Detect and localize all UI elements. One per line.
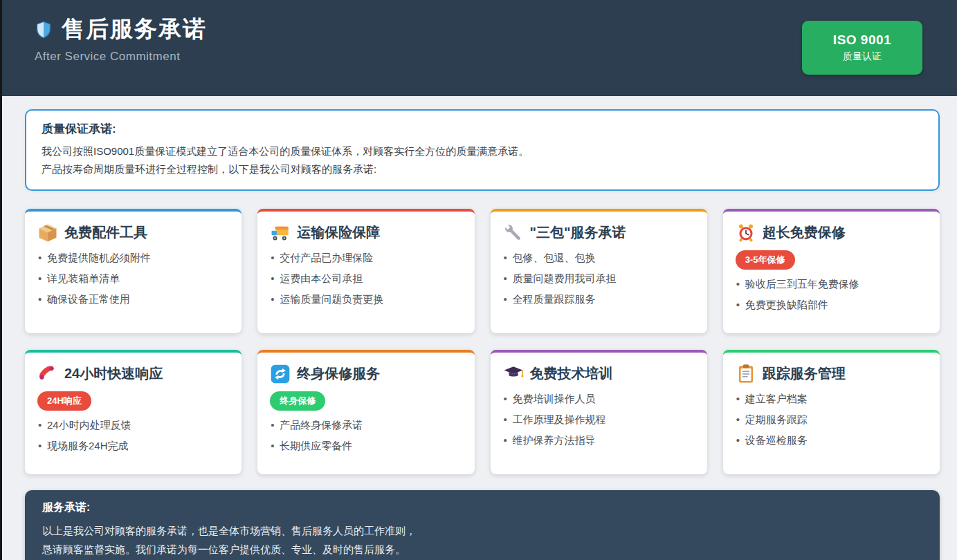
shield-icon bbox=[35, 19, 53, 41]
refresh-icon bbox=[270, 364, 291, 384]
service-card-parts: 免费配件工具 免费提供随机必须附件 详见装箱单清单 确保设备正常使用 bbox=[25, 209, 241, 333]
service-card-training: 免费技术培训 免费培训操作人员 工作原理及操作规程 维护保养方法指导 bbox=[491, 350, 707, 474]
bullet-item: 定期服务跟踪 bbox=[736, 411, 927, 427]
service-card-tracking: 跟踪服务管理 建立客户档案 定期服务跟踪 设备巡检服务 bbox=[723, 350, 940, 474]
bullet-item: 产品终身保修承诺 bbox=[270, 417, 462, 433]
bullet-item: 现场服务24H完成 bbox=[37, 438, 229, 454]
service-card-three-guarantees: "三包"服务承诺 包修、包退、包换 质量问题费用我司承担 全程质量跟踪服务 bbox=[491, 209, 707, 333]
card-title: 运输保险保障 bbox=[297, 223, 380, 242]
card-title: 免费配件工具 bbox=[64, 223, 147, 242]
quality-guarantee-note: 质量保证承诺: 我公司按照ISO9001质量保证模式建立了适合本公司的质量保证体… bbox=[25, 109, 940, 191]
phone-icon bbox=[37, 364, 58, 384]
lifetime-badge: 终身保修 bbox=[270, 391, 325, 411]
bullet-item: 工作原理及操作规程 bbox=[503, 411, 695, 427]
bullet-item: 建立客户档案 bbox=[736, 391, 927, 407]
card-title: 终身保修服务 bbox=[297, 364, 380, 383]
bullet-item: 质量问题费用我司承担 bbox=[503, 270, 695, 286]
response-badge: 24H响应 bbox=[37, 391, 91, 411]
bullet-item: 免费培训操作人员 bbox=[503, 391, 695, 407]
bullet-item: 确保设备正常使用 bbox=[37, 291, 229, 307]
clipboard-icon bbox=[736, 364, 756, 384]
bullet-item: 验收后三到五年免费保修 bbox=[736, 276, 927, 292]
card-title: 跟踪服务管理 bbox=[763, 364, 846, 383]
bullet-item: 全程质量跟踪服务 bbox=[503, 291, 695, 307]
service-card-shipping: 运输保险保障 交付产品已办理保险 运费由本公司承担 运输质量问题负责更换 bbox=[257, 209, 474, 333]
card-title: "三包"服务承诺 bbox=[530, 223, 626, 242]
service-card-lifetime-warranty: 终身保修服务 终身保修 产品终身保修承诺 长期供应零备件 bbox=[257, 350, 474, 474]
quality-note-line1: 我公司按照ISO9001质量保证模式建立了适合本公司的质量保证体系，对顾客实行全… bbox=[42, 142, 923, 160]
package-icon bbox=[37, 223, 58, 243]
warranty-badge: 3-5年保修 bbox=[736, 250, 795, 270]
footer-note-line1: 以上是我公司对顾客的服务承诺，也是全体市场营销、售后服务人员的工作准则， bbox=[42, 521, 922, 540]
wrench-icon bbox=[503, 223, 524, 243]
quality-note-line2: 产品按寿命周期质量环进行全过程控制，以下是我公司对顾客的服务承诺: bbox=[42, 160, 923, 178]
iso-badge-line1: ISO 9001 bbox=[833, 32, 891, 48]
footer-note-line2: 恳请顾客监督实施。我们承诺为每一位客户提供优质、专业、及时的售后服务。 bbox=[42, 540, 922, 559]
service-cards-grid: 免费配件工具 免费提供随机必须附件 详见装箱单清单 确保设备正常使用 运输保险保… bbox=[25, 209, 940, 474]
card-title: 24小时快速响应 bbox=[64, 364, 163, 383]
service-card-quick-response: 24小时快速响应 24H响应 24小时内处理反馈 现场服务24H完成 bbox=[25, 350, 241, 474]
page-title: 售后服务承诺 bbox=[62, 14, 207, 45]
alarm-clock-icon bbox=[736, 223, 756, 243]
bullet-item: 运输质量问题负责更换 bbox=[270, 291, 462, 307]
bullet-item: 免费更换缺陷部件 bbox=[736, 297, 927, 312]
card-title: 免费技术培训 bbox=[530, 364, 613, 383]
bullet-item: 交付产品已办理保险 bbox=[270, 250, 462, 265]
iso-certification-badge: ISO 9001 质量认证 bbox=[802, 21, 922, 75]
bullet-item: 24小时内处理反馈 bbox=[37, 417, 229, 433]
page-subtitle: After Service Commitment bbox=[35, 50, 922, 64]
bullet-item: 设备巡检服务 bbox=[736, 432, 927, 448]
bullet-item: 长期供应零备件 bbox=[270, 438, 462, 454]
bullet-item: 免费提供随机必须附件 bbox=[37, 250, 229, 265]
bullet-item: 包修、包退、包换 bbox=[503, 250, 695, 265]
service-commitment-note: 服务承诺: 以上是我公司对顾客的服务承诺，也是全体市场营销、售后服务人员的工作准… bbox=[25, 490, 940, 560]
card-title: 超长免费保修 bbox=[763, 223, 846, 242]
quality-note-title: 质量保证承诺: bbox=[42, 121, 923, 137]
bullet-item: 详见装箱单清单 bbox=[37, 270, 229, 286]
iso-badge-line2: 质量认证 bbox=[843, 50, 882, 63]
truck-icon bbox=[270, 223, 291, 243]
bullet-item: 维护保养方法指导 bbox=[503, 432, 695, 448]
footer-note-title: 服务承诺: bbox=[42, 501, 922, 515]
page-header: 售后服务承诺 After Service Commitment ISO 9001… bbox=[0, 0, 957, 96]
service-card-extended-warranty: 超长免费保修 3-5年保修 验收后三到五年免费保修 免费更换缺陷部件 bbox=[723, 209, 940, 333]
bullet-item: 运费由本公司承担 bbox=[270, 270, 462, 286]
screen-edge-strip bbox=[0, 0, 2, 560]
graduation-cap-icon bbox=[503, 364, 524, 384]
